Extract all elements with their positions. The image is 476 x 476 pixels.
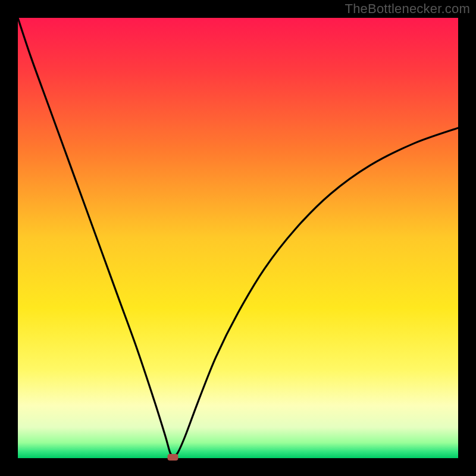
bottleneck-chart	[0, 0, 476, 476]
optimum-marker	[167, 454, 178, 461]
plot-background	[18, 18, 458, 458]
watermark-text: TheBottlenecker.com	[345, 1, 470, 17]
chart-frame: TheBottlenecker.com	[0, 0, 476, 476]
